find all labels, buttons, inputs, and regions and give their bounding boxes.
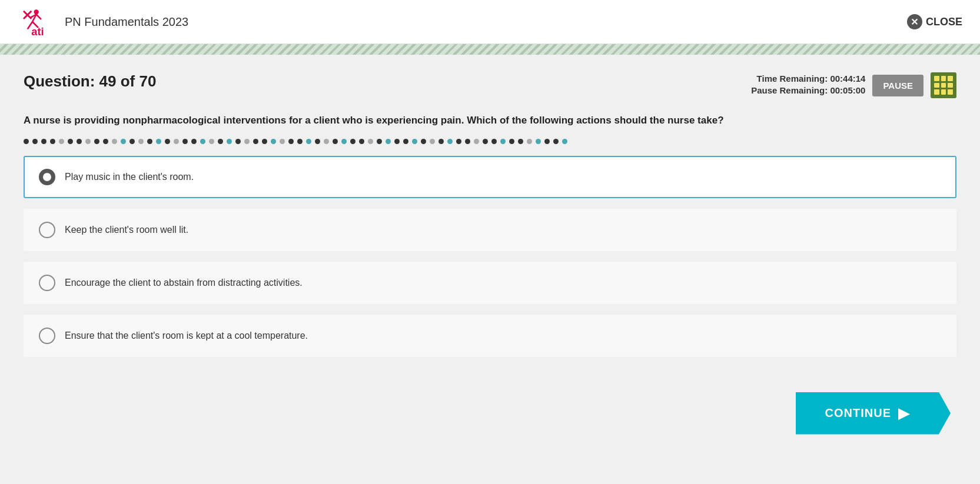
answer-option-b[interactable]: Keep the client's room well lit. — [24, 209, 956, 251]
dot — [103, 139, 108, 144]
dot — [262, 139, 267, 144]
svg-text:ati: ati — [31, 25, 44, 36]
dot — [50, 139, 55, 144]
dot — [421, 139, 426, 144]
dot — [412, 139, 417, 144]
calc-cell — [941, 89, 946, 95]
radio-inner-a — [43, 173, 51, 181]
pause-remaining-label: Pause Remaining: — [751, 85, 828, 95]
dot — [306, 139, 311, 144]
dot — [59, 139, 64, 144]
time-remaining-label: Time Remaining: — [757, 74, 828, 84]
dot — [244, 139, 250, 144]
header-left: ati PN Fundamentals 2023 — [18, 7, 188, 36]
close-button[interactable]: ✕ CLOSE — [907, 14, 962, 29]
dot — [518, 139, 523, 144]
radio-b — [39, 222, 55, 238]
calc-cell — [948, 83, 953, 88]
dot — [209, 139, 214, 144]
close-icon: ✕ — [907, 14, 922, 29]
main-content: Question: 49 of 70 Time Remaining: 00:44… — [0, 55, 980, 484]
dot — [438, 139, 444, 144]
pause-remaining-row: Pause Remaining: 00:05:00 — [751, 85, 865, 95]
dot — [227, 139, 232, 144]
calc-cell — [941, 76, 946, 81]
answer-text-b: Keep the client's room well lit. — [65, 225, 188, 235]
dot — [483, 139, 488, 144]
dot — [553, 139, 559, 144]
answer-option-a[interactable]: Play music in the client's room. — [24, 156, 956, 198]
continue-button[interactable]: CONTINUE ▶ — [796, 392, 951, 435]
dot — [182, 139, 188, 144]
dot — [359, 139, 364, 144]
svg-point-0 — [34, 9, 39, 14]
dot — [24, 139, 29, 144]
radio-a — [39, 169, 55, 185]
calc-cell — [934, 76, 939, 81]
dot — [253, 139, 258, 144]
calc-cell — [941, 83, 946, 88]
dot — [386, 139, 391, 144]
dot — [218, 139, 223, 144]
dot — [235, 139, 241, 144]
ati-logo: ati — [18, 7, 47, 36]
dot — [85, 139, 91, 144]
question-header-row: Question: 49 of 70 Time Remaining: 00:44… — [24, 72, 956, 98]
question-number: Question: 49 of 70 — [24, 72, 156, 91]
timer-section: Time Remaining: 00:44:14 Pause Remaining… — [751, 72, 956, 98]
dot — [394, 139, 400, 144]
dot — [368, 139, 373, 144]
dot — [333, 139, 338, 144]
answer-option-d[interactable]: Ensure that the client's room is kept at… — [24, 315, 956, 357]
dot — [288, 139, 294, 144]
calc-cell — [934, 83, 939, 88]
calc-cell — [948, 89, 953, 95]
dot — [544, 139, 550, 144]
dot — [562, 139, 567, 144]
answer-option-c[interactable]: Encourage the client to abstain from dis… — [24, 262, 956, 304]
dot — [315, 139, 320, 144]
close-label: CLOSE — [926, 16, 962, 28]
dot — [41, 139, 46, 144]
dot — [112, 139, 117, 144]
time-remaining-row: Time Remaining: 00:44:14 — [751, 74, 865, 84]
dot — [324, 139, 329, 144]
dot — [280, 139, 285, 144]
dot — [297, 139, 303, 144]
dot — [174, 139, 179, 144]
answer-text-c: Encourage the client to abstain from dis… — [65, 278, 303, 288]
dot — [165, 139, 170, 144]
dot — [147, 139, 152, 144]
dot — [527, 139, 532, 144]
pause-remaining-value: 00:05:00 — [830, 85, 865, 95]
app-header: ati PN Fundamentals 2023 ✕ CLOSE — [0, 0, 980, 44]
stripe-divider — [0, 44, 980, 55]
dot — [156, 139, 161, 144]
dot — [138, 139, 144, 144]
dot — [456, 139, 461, 144]
answer-text-d: Ensure that the client's room is kept at… — [65, 331, 308, 341]
dot — [129, 139, 135, 144]
dot — [94, 139, 99, 144]
dot — [32, 139, 38, 144]
dot — [341, 139, 347, 144]
time-remaining-value: 00:44:14 — [830, 74, 865, 84]
course-title: PN Fundamentals 2023 — [65, 15, 188, 29]
pause-button[interactable]: PAUSE — [872, 75, 923, 96]
dot — [271, 139, 276, 144]
dot — [200, 139, 205, 144]
continue-arrow-icon: ▶ — [898, 405, 909, 422]
dot — [121, 139, 126, 144]
dot — [350, 139, 356, 144]
dot — [474, 139, 479, 144]
timer-text: Time Remaining: 00:44:14 Pause Remaining… — [751, 74, 865, 97]
calc-cell — [948, 76, 953, 81]
calculator-icon[interactable] — [931, 72, 956, 98]
dot — [491, 139, 497, 144]
question-text: A nurse is providing nonpharmacological … — [24, 113, 956, 128]
footer-row: CONTINUE ▶ — [24, 392, 956, 435]
dot — [403, 139, 408, 144]
answer-text-a: Play music in the client's room. — [65, 172, 194, 182]
radio-c — [39, 275, 55, 291]
dot — [68, 139, 73, 144]
